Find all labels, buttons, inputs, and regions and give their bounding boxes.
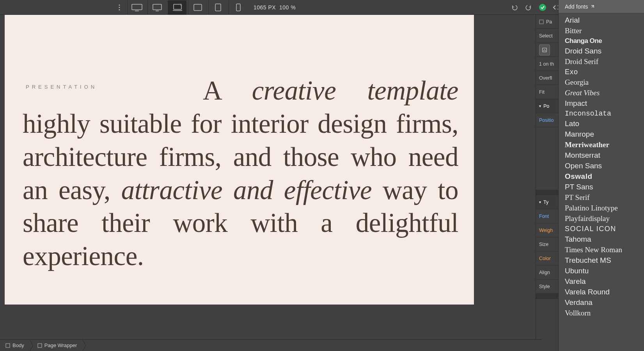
font-option-bitter[interactable]: Bitter xyxy=(559,25,644,36)
svg-rect-3 xyxy=(132,4,142,10)
font-option-varela[interactable]: Varela xyxy=(559,276,644,287)
hero-text-em2: attractive and effective xyxy=(121,175,372,205)
device-desktop-button[interactable] xyxy=(147,0,166,14)
svg-point-2 xyxy=(119,9,120,10)
align-label: Align xyxy=(539,270,550,275)
position-section-label: Po xyxy=(543,103,549,109)
wrapper-icon xyxy=(37,343,42,348)
device-mobile-button[interactable] xyxy=(229,0,247,14)
body-icon xyxy=(5,343,10,348)
weight-label: Weigh xyxy=(539,228,553,233)
color-label: Color xyxy=(539,256,551,261)
hero-heading[interactable]: A creative template highly suitable for … xyxy=(23,74,458,273)
page-label: Pa xyxy=(546,19,552,25)
breadcrumb-page-wrapper-label: Page Wrapper xyxy=(44,342,77,348)
svg-rect-10 xyxy=(215,4,221,11)
on-this-row: 1 on th xyxy=(536,57,558,71)
font-option-droidsans[interactable]: Droid Sans xyxy=(559,46,644,56)
align-row[interactable]: Align xyxy=(536,265,558,280)
class-chip-icon xyxy=(539,45,550,55)
font-option-droidserif[interactable]: Droid Serif xyxy=(559,56,644,67)
svg-rect-18 xyxy=(38,344,42,347)
svg-rect-16 xyxy=(543,48,546,52)
hero-text-part1: A xyxy=(203,76,252,105)
device-tablet-landscape-button[interactable] xyxy=(188,0,207,14)
page-icon xyxy=(539,20,544,24)
page-row[interactable]: Pa xyxy=(536,15,558,29)
add-fonts-button[interactable]: Add fonts xyxy=(559,0,644,13)
breadcrumb-bar: Body Page Wrapper xyxy=(0,339,542,351)
font-option-exo[interactable]: Exo xyxy=(559,67,644,77)
font-option-tnr[interactable]: Times New Roman xyxy=(559,244,644,255)
device-tablet-portrait-button[interactable] xyxy=(208,0,227,14)
selector-label: Select xyxy=(539,33,553,39)
status-ok-icon xyxy=(536,0,549,14)
typography-section-label: Ty xyxy=(543,200,548,205)
size-row[interactable]: Size xyxy=(536,237,558,251)
class-chip-row[interactable] xyxy=(536,43,558,57)
font-option-ptserif[interactable]: PT Serif xyxy=(559,192,644,203)
style-panel: Pa Select 1 on th Overfl Fit ▾Po Positio… xyxy=(536,15,558,351)
font-option-merriweather[interactable]: Merriweather xyxy=(559,139,644,150)
svg-rect-17 xyxy=(6,344,10,347)
font-option-georgia[interactable]: Georgia xyxy=(559,77,644,87)
font-row[interactable]: Font xyxy=(536,209,558,223)
font-option-impact[interactable]: Impact xyxy=(559,98,644,109)
breadcrumb-page-wrapper[interactable]: Page Wrapper xyxy=(30,340,83,351)
svg-rect-11 xyxy=(236,4,240,11)
canvas-width-value: 1065 PX xyxy=(254,4,276,11)
font-list: ArialBitterChanga OneDroid SansDroid Ser… xyxy=(559,13,644,320)
device-desktop-xl-button[interactable] xyxy=(127,0,146,14)
svg-rect-5 xyxy=(153,4,161,10)
overflow-label: Overfl xyxy=(539,75,552,81)
position-section-header[interactable]: ▾Po xyxy=(536,99,558,113)
font-dropdown: Add fonts ArialBitterChanga OneDroid San… xyxy=(558,0,644,351)
text-style-row[interactable]: Style xyxy=(536,280,558,294)
color-row[interactable]: Color xyxy=(536,251,558,265)
typography-section-header[interactable]: ▾Ty xyxy=(536,195,558,209)
fit-label: Fit xyxy=(539,89,545,95)
font-option-montserrat[interactable]: Montserrat xyxy=(559,150,644,160)
position-label: Positio xyxy=(539,118,554,123)
redo-button[interactable] xyxy=(522,0,535,14)
text-style-label: Style xyxy=(539,284,550,289)
top-toolbar: 1065 PX 100 % Publish xyxy=(0,0,644,15)
font-option-lato[interactable]: Lato xyxy=(559,118,644,129)
font-option-trebuchet[interactable]: Trebuchet MS xyxy=(559,255,644,265)
add-fonts-label: Add fonts xyxy=(565,4,588,10)
svg-rect-7 xyxy=(174,4,181,9)
breadcrumb-body-label: Body xyxy=(12,342,24,348)
panel-divider xyxy=(536,190,558,195)
font-option-vollkorn[interactable]: Vollkorn xyxy=(559,308,644,318)
canvas-width-readout: 1065 PX 100 % xyxy=(254,4,296,11)
font-option-varelar[interactable]: Varela Round xyxy=(559,287,644,297)
font-option-arial[interactable]: Arial xyxy=(559,15,644,25)
font-option-ptsans[interactable]: PT Sans xyxy=(559,182,644,192)
overflow-row[interactable]: Overfl xyxy=(536,71,558,85)
selector-row[interactable]: Select xyxy=(536,29,558,43)
font-option-opensans[interactable]: Open Sans xyxy=(559,160,644,171)
design-canvas[interactable]: PRESENTATION A creative template highly … xyxy=(5,15,474,305)
font-option-playfair[interactable]: Playfairdisplay xyxy=(559,213,644,224)
font-option-socialicon[interactable]: SOCIAL ICON xyxy=(559,224,644,234)
panel-gap xyxy=(536,127,558,190)
position-row[interactable]: Positio xyxy=(536,113,558,127)
undo-button[interactable] xyxy=(508,0,521,14)
font-option-inconsolata[interactable]: Inconsolata xyxy=(559,109,644,118)
font-option-manrope[interactable]: Manrope xyxy=(559,129,644,139)
svg-rect-15 xyxy=(539,20,543,24)
more-options-button[interactable] xyxy=(113,4,126,11)
fit-row[interactable]: Fit xyxy=(536,85,558,99)
font-option-tahoma[interactable]: Tahoma xyxy=(559,234,644,244)
font-option-changa[interactable]: Changa One xyxy=(559,36,644,46)
font-option-ubuntu[interactable]: Ubuntu xyxy=(559,265,644,276)
font-option-oswald[interactable]: Oswald xyxy=(559,171,644,182)
breadcrumb-body[interactable]: Body xyxy=(0,340,30,351)
font-option-greatvibes[interactable]: Great Vibes xyxy=(559,87,644,98)
workspace: PRESENTATION A creative template highly … xyxy=(0,15,542,339)
size-label: Size xyxy=(539,242,548,247)
font-option-palatino[interactable]: Palatino Linotype xyxy=(559,203,644,213)
font-option-verdana[interactable]: Verdana xyxy=(559,297,644,308)
device-laptop-button[interactable] xyxy=(168,0,186,14)
weight-row[interactable]: Weigh xyxy=(536,223,558,237)
